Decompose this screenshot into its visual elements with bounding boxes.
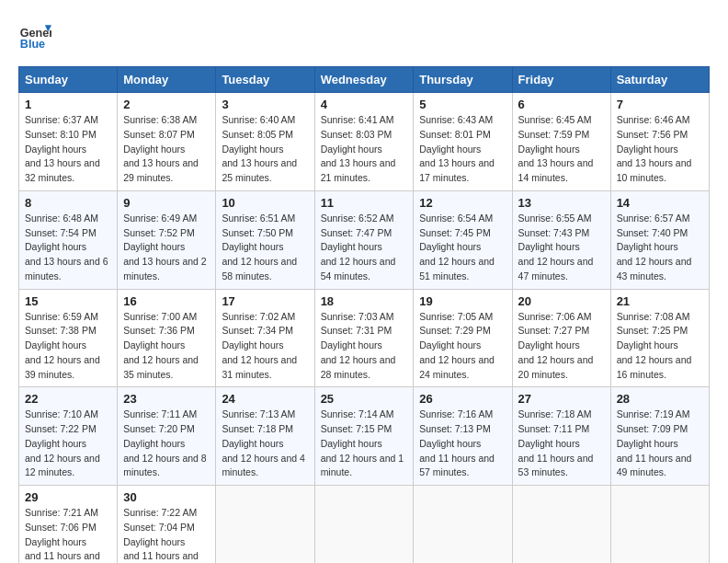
day-number: 14 — [617, 196, 703, 210]
day-info: Sunrise: 6:43 AM Sunset: 8:01 PM Dayligh… — [419, 113, 506, 186]
day-number: 16 — [123, 294, 210, 308]
day-number: 25 — [321, 392, 408, 406]
calendar-cell: 13 Sunrise: 6:55 AM Sunset: 7:43 PM Dayl… — [512, 190, 610, 289]
calendar-cell: 27 Sunrise: 7:18 AM Sunset: 7:11 PM Dayl… — [512, 387, 610, 486]
calendar-cell: 28 Sunrise: 7:19 AM Sunset: 7:09 PM Dayl… — [610, 387, 709, 486]
weekday-header: Monday — [118, 67, 216, 93]
day-info: Sunrise: 7:10 AM Sunset: 7:22 PM Dayligh… — [25, 408, 111, 480]
calendar-cell: 22 Sunrise: 7:10 AM Sunset: 7:22 PM Dayl… — [19, 387, 118, 486]
page-header: General Blue — [18, 18, 710, 52]
day-info: Sunrise: 6:45 AM Sunset: 7:59 PM Dayligh… — [518, 113, 605, 186]
calendar-cell: 26 Sunrise: 7:16 AM Sunset: 7:13 PM Dayl… — [414, 387, 512, 486]
day-number: 22 — [25, 392, 111, 406]
calendar-cell: 2 Sunrise: 6:38 AM Sunset: 8:07 PM Dayli… — [118, 93, 216, 191]
weekday-header: Tuesday — [216, 67, 314, 93]
day-info: Sunrise: 6:51 AM Sunset: 7:50 PM Dayligh… — [222, 212, 308, 284]
logo-icon: General Blue — [18, 18, 51, 52]
calendar-week-row: 8 Sunrise: 6:48 AM Sunset: 7:54 PM Dayli… — [19, 190, 710, 289]
day-info: Sunrise: 7:03 AM Sunset: 7:31 PM Dayligh… — [321, 310, 408, 383]
calendar-cell: 16 Sunrise: 7:00 AM Sunset: 7:36 PM Dayl… — [118, 289, 216, 387]
calendar-cell: 5 Sunrise: 6:43 AM Sunset: 8:01 PM Dayli… — [414, 93, 512, 191]
day-info: Sunrise: 6:52 AM Sunset: 7:47 PM Dayligh… — [321, 212, 408, 284]
day-info: Sunrise: 7:21 AM Sunset: 7:06 PM Dayligh… — [25, 506, 111, 563]
day-info: Sunrise: 7:19 AM Sunset: 7:09 PM Dayligh… — [617, 408, 703, 480]
calendar-cell — [610, 486, 709, 564]
day-info: Sunrise: 7:13 AM Sunset: 7:18 PM Dayligh… — [222, 408, 308, 480]
weekday-header: Friday — [512, 67, 610, 93]
day-number: 1 — [25, 98, 111, 111]
day-number: 19 — [419, 294, 506, 308]
day-number: 10 — [222, 196, 308, 210]
day-number: 17 — [222, 294, 308, 308]
day-number: 5 — [419, 98, 506, 111]
day-number: 24 — [222, 392, 308, 406]
calendar-cell: 9 Sunrise: 6:49 AM Sunset: 7:52 PM Dayli… — [118, 190, 216, 289]
calendar-cell: 30 Sunrise: 7:22 AM Sunset: 7:04 PM Dayl… — [118, 486, 216, 564]
calendar-cell — [216, 486, 314, 564]
day-info: Sunrise: 6:49 AM Sunset: 7:52 PM Dayligh… — [123, 212, 210, 284]
calendar-cell: 7 Sunrise: 6:46 AM Sunset: 7:56 PM Dayli… — [610, 93, 709, 191]
calendar-cell: 19 Sunrise: 7:05 AM Sunset: 7:29 PM Dayl… — [414, 289, 512, 387]
day-info: Sunrise: 7:16 AM Sunset: 7:13 PM Dayligh… — [419, 408, 506, 480]
day-number: 29 — [25, 490, 111, 504]
calendar-cell: 11 Sunrise: 6:52 AM Sunset: 7:47 PM Dayl… — [314, 190, 414, 289]
calendar-cell: 24 Sunrise: 7:13 AM Sunset: 7:18 PM Dayl… — [216, 387, 314, 486]
day-number: 15 — [25, 294, 111, 308]
calendar-table: SundayMondayTuesdayWednesdayThursdayFrid… — [18, 66, 710, 563]
calendar-cell: 8 Sunrise: 6:48 AM Sunset: 7:54 PM Dayli… — [19, 190, 118, 289]
calendar-week-row: 22 Sunrise: 7:10 AM Sunset: 7:22 PM Dayl… — [19, 387, 710, 486]
day-number: 27 — [518, 392, 605, 406]
calendar-cell: 12 Sunrise: 6:54 AM Sunset: 7:45 PM Dayl… — [414, 190, 512, 289]
calendar-cell — [512, 486, 610, 564]
calendar-cell: 6 Sunrise: 6:45 AM Sunset: 7:59 PM Dayli… — [512, 93, 610, 191]
calendar-cell: 21 Sunrise: 7:08 AM Sunset: 7:25 PM Dayl… — [610, 289, 709, 387]
day-number: 4 — [321, 98, 408, 111]
calendar-cell: 10 Sunrise: 6:51 AM Sunset: 7:50 PM Dayl… — [216, 190, 314, 289]
calendar-week-row: 29 Sunrise: 7:21 AM Sunset: 7:06 PM Dayl… — [19, 486, 710, 564]
day-info: Sunrise: 6:59 AM Sunset: 7:38 PM Dayligh… — [25, 310, 111, 383]
calendar-cell: 25 Sunrise: 7:14 AM Sunset: 7:15 PM Dayl… — [314, 387, 414, 486]
calendar-cell: 14 Sunrise: 6:57 AM Sunset: 7:40 PM Dayl… — [610, 190, 709, 289]
day-info: Sunrise: 6:57 AM Sunset: 7:40 PM Dayligh… — [617, 212, 703, 284]
calendar-cell: 18 Sunrise: 7:03 AM Sunset: 7:31 PM Dayl… — [314, 289, 414, 387]
day-info: Sunrise: 6:40 AM Sunset: 8:05 PM Dayligh… — [222, 113, 308, 186]
day-number: 13 — [518, 196, 605, 210]
day-number: 21 — [617, 294, 703, 308]
calendar-cell: 29 Sunrise: 7:21 AM Sunset: 7:06 PM Dayl… — [19, 486, 118, 564]
day-number: 6 — [518, 98, 605, 111]
day-info: Sunrise: 6:41 AM Sunset: 8:03 PM Dayligh… — [321, 113, 408, 186]
day-info: Sunrise: 6:54 AM Sunset: 7:45 PM Dayligh… — [419, 212, 506, 284]
calendar-cell: 3 Sunrise: 6:40 AM Sunset: 8:05 PM Dayli… — [216, 93, 314, 191]
calendar-week-row: 15 Sunrise: 6:59 AM Sunset: 7:38 PM Dayl… — [19, 289, 710, 387]
day-number: 2 — [123, 98, 210, 111]
day-number: 20 — [518, 294, 605, 308]
day-info: Sunrise: 6:37 AM Sunset: 8:10 PM Dayligh… — [25, 113, 111, 186]
day-info: Sunrise: 7:18 AM Sunset: 7:11 PM Dayligh… — [518, 408, 605, 480]
calendar-cell — [314, 486, 414, 564]
day-number: 11 — [321, 196, 408, 210]
day-info: Sunrise: 6:46 AM Sunset: 7:56 PM Dayligh… — [617, 113, 703, 186]
day-number: 8 — [25, 196, 111, 210]
svg-text:Blue: Blue — [20, 38, 45, 51]
weekday-header: Sunday — [19, 67, 118, 93]
weekday-header: Saturday — [610, 67, 709, 93]
weekday-header-row: SundayMondayTuesdayWednesdayThursdayFrid… — [19, 67, 710, 93]
day-number: 30 — [123, 490, 210, 504]
day-info: Sunrise: 6:55 AM Sunset: 7:43 PM Dayligh… — [518, 212, 605, 284]
day-number: 7 — [617, 98, 703, 111]
day-number: 9 — [123, 196, 210, 210]
calendar-cell: 4 Sunrise: 6:41 AM Sunset: 8:03 PM Dayli… — [314, 93, 414, 191]
day-number: 12 — [419, 196, 506, 210]
calendar-cell: 1 Sunrise: 6:37 AM Sunset: 8:10 PM Dayli… — [19, 93, 118, 191]
day-info: Sunrise: 6:38 AM Sunset: 8:07 PM Dayligh… — [123, 113, 210, 186]
day-info: Sunrise: 7:06 AM Sunset: 7:27 PM Dayligh… — [518, 310, 605, 383]
day-info: Sunrise: 6:48 AM Sunset: 7:54 PM Dayligh… — [25, 212, 111, 284]
day-info: Sunrise: 7:22 AM Sunset: 7:04 PM Dayligh… — [123, 506, 210, 563]
day-info: Sunrise: 7:14 AM Sunset: 7:15 PM Dayligh… — [321, 408, 408, 480]
day-info: Sunrise: 7:02 AM Sunset: 7:34 PM Dayligh… — [222, 310, 308, 383]
calendar-cell: 17 Sunrise: 7:02 AM Sunset: 7:34 PM Dayl… — [216, 289, 314, 387]
calendar-cell: 15 Sunrise: 6:59 AM Sunset: 7:38 PM Dayl… — [19, 289, 118, 387]
day-info: Sunrise: 7:11 AM Sunset: 7:20 PM Dayligh… — [123, 408, 210, 480]
calendar-cell — [414, 486, 512, 564]
day-info: Sunrise: 7:00 AM Sunset: 7:36 PM Dayligh… — [123, 310, 210, 383]
